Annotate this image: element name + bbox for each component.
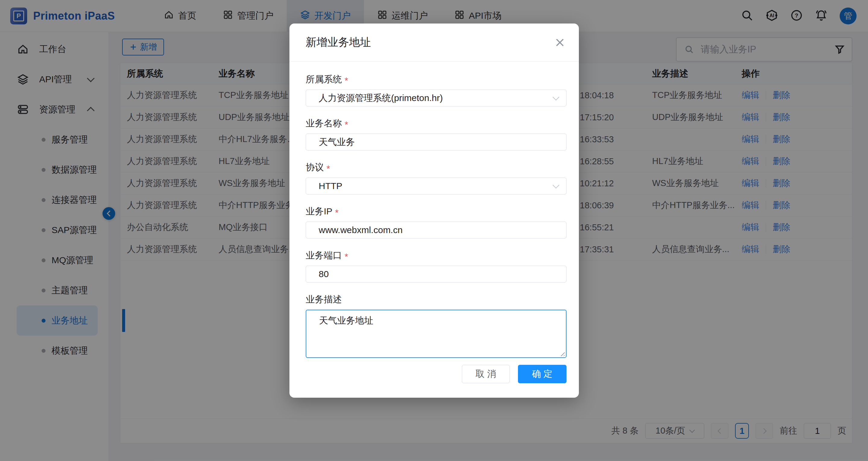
field-value: 天气业务 [319,136,355,148]
field-ip: 业务IP*www.webxml.com.cn [306,205,566,239]
modal-body: 所属系统*人力资源管理系统(primeton.hr)业务名称*天气业务协议*HT… [289,62,579,358]
field-label: 所属系统* [306,73,566,86]
field-label-text: 业务描述 [306,294,342,306]
resize-handle-icon[interactable] [559,351,565,356]
field-label: 业务IP* [306,205,566,218]
field-label-text: 业务端口 [306,249,342,262]
field-label-text: 协议 [306,161,324,174]
field-name: 业务名称*天气业务 [306,117,566,150]
field-value: 人力资源管理系统(primeton.hr) [319,92,443,104]
required-asterisk: * [345,75,348,86]
field-value: 80 [319,269,329,279]
add-address-modal: 新增业务地址 所属系统*人力资源管理系统(primeton.hr)业务名称*天气… [289,24,579,398]
required-asterisk: * [345,119,348,130]
field-protocol: 协议*HTTP [306,161,566,194]
name-input[interactable]: 天气业务 [306,133,566,150]
modal-footer: 取 消 确 定 [462,365,566,383]
confirm-button[interactable]: 确 定 [518,365,566,383]
field-desc: 业务描述天气业务地址 [306,294,566,358]
field-label: 协议* [306,161,566,174]
required-asterisk: * [345,251,348,262]
chevron-down-icon [553,182,560,188]
modal-title: 新增业务地址 [306,35,371,50]
field-value: www.webxml.com.cn [319,225,402,235]
field-label: 业务端口* [306,249,566,262]
cancel-button[interactable]: 取 消 [462,365,510,383]
port-input[interactable]: 80 [306,266,566,282]
field-value: 天气业务地址 [319,314,373,327]
chevron-down-icon [553,93,560,100]
field-port: 业务端口*80 [306,249,566,282]
field-label: 业务名称* [306,117,566,130]
field-system: 所属系统*人力资源管理系统(primeton.hr) [306,73,566,106]
field-label-text: 业务IP [306,205,332,218]
ip-input[interactable]: www.webxml.com.cn [306,222,566,239]
required-asterisk: * [327,163,330,174]
field-value: HTTP [319,181,342,191]
protocol-select[interactable]: HTTP [306,178,566,194]
required-asterisk: * [335,208,339,218]
close-icon[interactable] [554,37,566,48]
field-label: 业务描述 [306,294,566,306]
modal-header: 新增业务地址 [289,24,579,62]
desc-textarea[interactable]: 天气业务地址 [306,310,566,358]
system-select[interactable]: 人力资源管理系统(primeton.hr) [306,90,566,106]
field-label-text: 所属系统 [306,73,342,86]
field-label-text: 业务名称 [306,117,342,130]
